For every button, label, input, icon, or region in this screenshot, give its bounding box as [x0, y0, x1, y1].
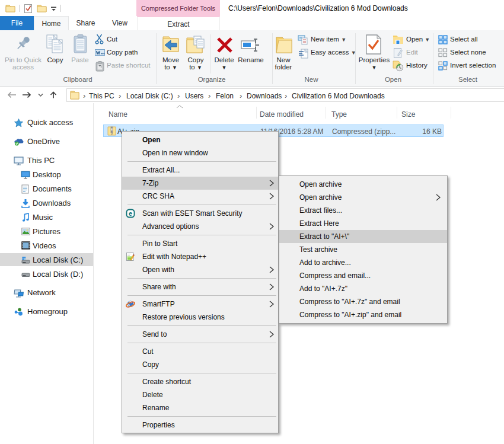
- svg-text:e: e: [129, 210, 132, 217]
